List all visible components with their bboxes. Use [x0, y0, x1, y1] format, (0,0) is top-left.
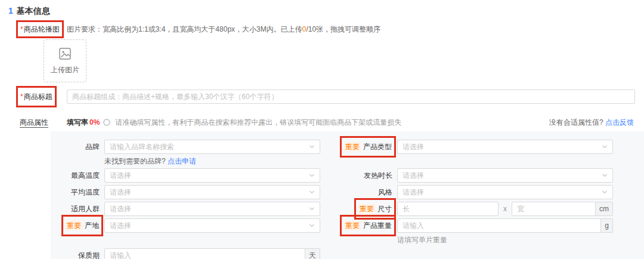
field-style: 风格 请选择 — [320, 185, 613, 199]
size-length-input[interactable] — [397, 202, 499, 216]
brand-placeholder: 请输入品牌名称搜索 — [110, 142, 174, 152]
carousel-label: *商品轮播图 — [20, 24, 67, 35]
shelf-life-label: 保质期 — [51, 248, 100, 259]
attr-row-5: 重要产地 请选择 重要产品重量 g 请填写单片重量 — [51, 218, 644, 245]
fill-rate-line: 填写率 0% 请准确填写属性，有利于商品在搜索和推荐中露出，错误填写可能面临商品… — [67, 118, 549, 128]
field-audience: 适用人群 请选择 — [51, 202, 320, 216]
fill-rate-value: 0% — [89, 118, 100, 127]
style-label-text: 风格 — [378, 188, 392, 196]
product-type-label: 重要产品类型 — [320, 140, 392, 154]
weight-label: 重要产品重量 — [320, 218, 392, 233]
product-title-input-wrap — [67, 90, 635, 104]
brand-hint: 未找到需要的品牌? 点击申请 — [104, 156, 320, 166]
product-type-select[interactable]: 请选择 — [397, 140, 613, 154]
chevron-down-icon — [602, 189, 608, 195]
section-title-basic-info: 1基本信息 — [8, 6, 644, 17]
avg-temperature-control: 请选择 — [104, 185, 320, 199]
heating-duration-select[interactable]: 请选择 — [397, 168, 613, 183]
image-requirements-prefix: 图片要求：宽高比例为1:1或3:4，且宽高均大于480px，大小3M内。已上传 — [67, 25, 302, 33]
picture-icon — [58, 47, 72, 62]
audience-select[interactable]: 请选择 — [104, 202, 320, 216]
brand-hint-text: 未找到需要的品牌? — [104, 157, 166, 165]
product-type-control: 请选择 — [397, 140, 613, 154]
chevron-down-icon — [602, 144, 608, 150]
attr-row-2: 最高温度 请选择 发热时长 请选择 — [51, 168, 644, 183]
attr-row-1: 品牌 请输入品牌名称搜索 未找到需要的品牌? 点击申请 重要产品类型 请选择 — [51, 140, 644, 166]
attributes-label: 商品属性 — [20, 117, 67, 128]
important-badge: 重要 — [66, 221, 82, 230]
progress-circle-icon — [103, 119, 110, 126]
shelf-life-input[interactable] — [104, 248, 305, 259]
fill-rate-tip: 请准确填写属性，有利于商品在搜索和推荐中露出，错误填写可能面临商品下架或流量损失 — [115, 118, 401, 128]
origin-label-annotation: 重要产地 — [65, 218, 100, 233]
max-temperature-label: 最高温度 — [51, 168, 100, 183]
attributes-header-row: 商品属性 填写率 0% 请准确填写属性，有利于商品在搜索和推荐中露出，错误填写可… — [0, 117, 644, 128]
feedback-area: 没有合适属性值? 点击反馈 — [549, 118, 634, 128]
brand-control: 请输入品牌名称搜索 未找到需要的品牌? 点击申请 — [104, 140, 320, 166]
carousel-image-row: *商品轮播图 图片要求：宽高比例为1:1或3:4，且宽高均大于480px，大小3… — [0, 24, 644, 35]
max-temperature-label-text: 最高温度 — [71, 171, 100, 180]
brand-label: 品牌 — [51, 140, 100, 154]
shelf-life-input-group: 天 — [104, 248, 320, 259]
upload-label: 上传图片 — [51, 65, 79, 75]
brand-apply-link[interactable]: 点击申请 — [168, 157, 196, 165]
product-type-placeholder: 请选择 — [402, 142, 424, 152]
size-label-text: 尺寸 — [377, 205, 392, 213]
feedback-link[interactable]: 点击反馈 — [605, 118, 634, 127]
heating-duration-placeholder: 请选择 — [402, 171, 424, 181]
product-title-input[interactable] — [67, 90, 635, 104]
section-number: 1 — [8, 6, 13, 16]
field-product-type: 重要产品类型 请选择 — [320, 140, 613, 154]
brand-select[interactable]: 请输入品牌名称搜索 — [104, 140, 320, 154]
carousel-label-annotation: *商品轮播图 — [20, 24, 60, 35]
origin-control: 请选择 — [104, 218, 320, 233]
section-title-text: 基本信息 — [17, 6, 50, 16]
chevron-down-icon — [309, 206, 315, 212]
shelf-life-unit: 天 — [305, 248, 320, 259]
style-select[interactable]: 请选择 — [397, 185, 613, 199]
feedback-question: 没有合适属性值? — [549, 118, 603, 127]
attr-row-4: 适用人群 请选择 重要尺寸 x cm — [51, 202, 644, 216]
image-requirements-suffix: /10张，拖拽可调整顺序 — [306, 25, 380, 33]
carousel-label-text: 商品轮播图 — [24, 25, 60, 33]
audience-label-text: 适用人群 — [71, 205, 100, 213]
product-title-label-text: 商品标题 — [24, 92, 52, 101]
brand-label-text: 品牌 — [85, 143, 100, 151]
origin-select[interactable]: 请选择 — [104, 218, 320, 233]
style-control: 请选择 — [397, 185, 613, 199]
field-max-temperature: 最高温度 请选择 — [51, 168, 320, 183]
attributes-panel: 品牌 请输入品牌名称搜索 未找到需要的品牌? 点击申请 重要产品类型 请选择 — [51, 131, 644, 259]
size-width-wrap: cm — [512, 202, 613, 216]
size-width-input[interactable] — [512, 202, 596, 216]
important-badge: 重要 — [344, 221, 361, 230]
avg-temperature-placeholder: 请选择 — [110, 187, 131, 198]
size-unit: cm — [596, 202, 613, 216]
upload-row: 上传图片 — [44, 39, 644, 82]
audience-label: 适用人群 — [51, 202, 100, 216]
weight-input-group: g — [397, 218, 613, 233]
chevron-down-icon — [309, 189, 315, 195]
fill-rate-label: 填写率 — [67, 118, 88, 128]
field-shelf-life: 保质期 天 — [51, 248, 320, 259]
upload-image-button[interactable]: 上传图片 — [44, 39, 86, 82]
important-badge: 重要 — [358, 204, 375, 214]
avg-temperature-select[interactable]: 请选择 — [104, 185, 320, 199]
size-control: x cm — [397, 202, 613, 216]
size-separator: x — [503, 202, 507, 216]
heating-duration-label-text: 发热时长 — [364, 171, 392, 180]
weight-input[interactable] — [397, 218, 601, 233]
important-badge: 重要 — [344, 142, 361, 152]
weight-hint: 请填写单片重量 — [397, 235, 613, 245]
attributes-label-text: 商品属性 — [20, 118, 48, 128]
avg-temperature-label: 平均温度 — [51, 185, 100, 199]
max-temperature-select[interactable]: 请选择 — [104, 168, 320, 183]
field-avg-temperature: 平均温度 请选择 — [51, 185, 320, 199]
style-placeholder: 请选择 — [402, 187, 424, 198]
shelf-life-control: 天 — [104, 248, 320, 259]
origin-label-text: 产地 — [85, 221, 99, 230]
max-temperature-placeholder: 请选择 — [110, 171, 131, 181]
chevron-down-icon — [309, 172, 315, 178]
image-requirements-text: 图片要求：宽高比例为1:1或3:4，且宽高均大于480px，大小3M内。已上传0… — [67, 24, 380, 35]
chevron-down-icon — [602, 172, 608, 178]
field-weight: 重要产品重量 g 请填写单片重量 — [320, 218, 613, 245]
